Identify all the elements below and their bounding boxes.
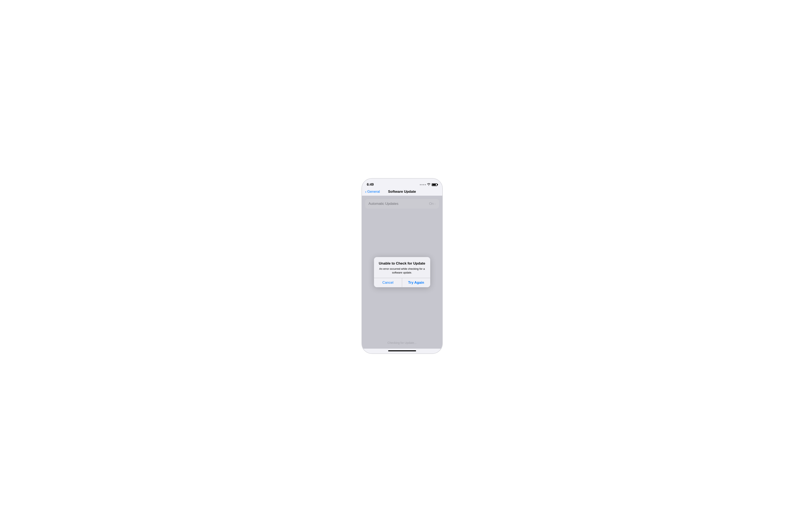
signal-icon	[420, 184, 426, 185]
battery-icon	[432, 183, 437, 186]
home-indicator-area	[362, 349, 442, 354]
try-again-button[interactable]: Try Again	[402, 278, 430, 287]
cancel-button[interactable]: Cancel	[374, 278, 402, 287]
back-chevron-icon: ‹	[365, 189, 366, 194]
alert-title: Unable to Check for Update	[377, 261, 427, 266]
status-bar: 6:49	[362, 178, 442, 188]
alert-message: An error occurred while checking for a s…	[377, 267, 427, 274]
alert-content: Unable to Check for Update An error occu…	[374, 257, 430, 278]
wifi-icon	[427, 183, 431, 186]
alert-buttons: Cancel Try Again	[374, 278, 430, 287]
alert-dialog: Unable to Check for Update An error occu…	[374, 257, 430, 287]
phone-frame: 6:49 ‹ General S	[362, 178, 443, 354]
back-button[interactable]: ‹ General	[365, 189, 380, 194]
status-time: 6:49	[367, 183, 374, 187]
status-icons	[420, 183, 437, 186]
modal-overlay: Unable to Check for Update An error occu…	[362, 196, 442, 349]
content-area: Automatic Updates On › Unable to Check f…	[362, 196, 442, 349]
page-title: Software Update	[388, 190, 416, 194]
home-bar	[388, 350, 416, 352]
back-label: General	[367, 190, 380, 194]
nav-bar: ‹ General Software Update	[362, 188, 442, 196]
